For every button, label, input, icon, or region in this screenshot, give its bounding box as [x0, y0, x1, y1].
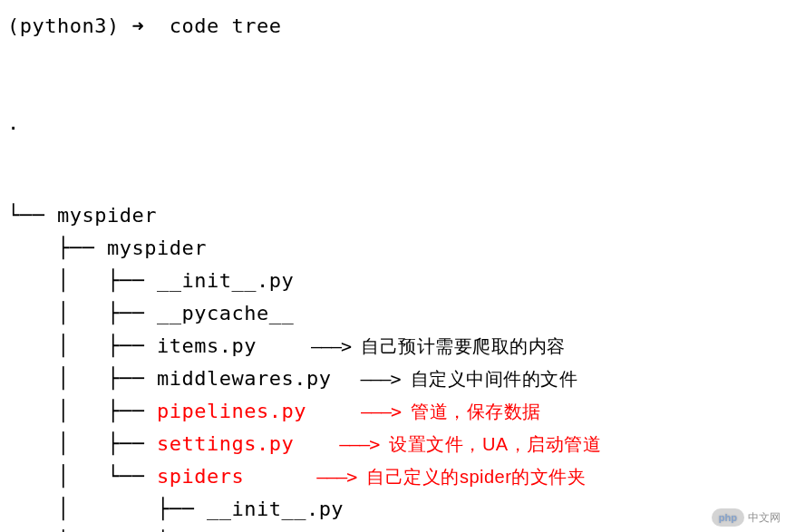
- watermark-text: 中文网: [748, 509, 781, 526]
- tree-node-name: settings.py: [157, 429, 294, 459]
- arrow-right-icon: ———>: [361, 401, 411, 422]
- shell-prompt: (python3) ➜ code tree: [7, 11, 779, 41]
- arrow-right-icon: ———>: [316, 466, 366, 488]
- tree-node-name: middlewares.py: [157, 363, 331, 393]
- tree-root: .: [7, 108, 779, 140]
- watermark: php 中文网: [712, 508, 781, 527]
- annotation-text: 自己定义的spider的文件夹: [366, 467, 586, 487]
- tree-row: │ ├── settings.py———> 设置文件，UA，启动管道: [7, 429, 779, 461]
- tree-node-name: items.py: [157, 331, 257, 361]
- tree-branch-icon: │ ├──: [7, 429, 157, 459]
- tree-branch-icon: │ ├──: [7, 266, 157, 295]
- prompt-env: (python3): [7, 15, 120, 37]
- tree-row: │ ├── __pycache__: [7, 298, 779, 331]
- tree-annotation: ———> 管道，保存数据: [361, 398, 541, 425]
- tree-node-name: __init__.py: [207, 494, 344, 524]
- arrow-right-icon: ———>: [360, 368, 410, 390]
- tree-node-name: spiders: [157, 461, 244, 491]
- tree-annotation: ———> 自己定义的spider的文件夹: [316, 463, 586, 490]
- tree-node-name: pipelines.py: [157, 396, 306, 426]
- tree-node-name: __pycache__: [157, 298, 294, 328]
- arrow-right-icon: ———>: [311, 335, 361, 357]
- annotation-text: 自定义中间件的文件: [411, 369, 578, 389]
- tree-branch-icon: │ └──: [7, 527, 207, 532]
- watermark-badge: php: [712, 508, 744, 527]
- tree-annotation: ———> 自定义中间件的文件: [360, 365, 577, 392]
- tree-branch-icon: │ ├──: [7, 396, 157, 426]
- tree-branch-icon: ├──: [7, 233, 107, 263]
- tree-branch-icon: │ ├──: [7, 331, 157, 361]
- tree-annotation: ———> 设置文件，UA，启动管道: [339, 430, 601, 458]
- tree-row: │ └── spiders———> 自己定义的spider的文件夹: [7, 461, 779, 494]
- tree-row: │ └── __pycache__: [7, 527, 779, 532]
- tree-branch-icon: │ ├──: [7, 494, 207, 524]
- prompt-arrow-icon: ➜: [131, 15, 144, 37]
- tree-node-name: myspider: [57, 200, 157, 230]
- tree-row: │ ├── __init__.py: [7, 494, 779, 527]
- tree-row: ├── myspider: [7, 233, 779, 266]
- tree-annotation: ———> 自己预计需要爬取的内容: [311, 333, 566, 360]
- tree-node-name: myspider: [107, 233, 207, 263]
- annotation-text: 设置文件，UA，启动管道: [389, 434, 601, 454]
- tree-node-name: __pycache__: [207, 527, 344, 532]
- tree-row: │ ├── middlewares.py———> 自定义中间件的文件: [7, 363, 779, 396]
- prompt-dir: code: [170, 15, 219, 37]
- tree-node-name: __init__.py: [157, 266, 294, 295]
- tree-row: │ ├── __init__.py: [7, 266, 779, 298]
- tree-root-dot: .: [7, 108, 20, 138]
- annotation-text: 管道，保存数据: [411, 401, 541, 421]
- tree-row: └── myspider: [7, 200, 779, 233]
- tree-branch-icon: │ ├──: [7, 298, 157, 328]
- arrow-right-icon: ———>: [339, 433, 389, 455]
- tree-branch-icon: │ └──: [7, 461, 157, 491]
- prompt-command: tree: [231, 15, 281, 37]
- tree-output: . └── myspider ├── myspider │ ├── __init…: [7, 48, 779, 532]
- tree-row: │ ├── pipelines.py———> 管道，保存数据: [7, 396, 779, 429]
- tree-branch-icon: └──: [7, 200, 57, 230]
- tree-row: │ ├── items.py———> 自己预计需要爬取的内容: [7, 331, 779, 363]
- tree-branch-icon: │ ├──: [7, 363, 157, 393]
- annotation-text: 自己预计需要爬取的内容: [361, 336, 566, 356]
